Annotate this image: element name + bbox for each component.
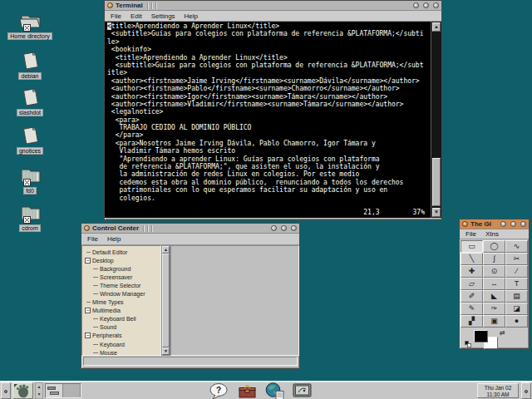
menu-settings[interactable]: Settings — [151, 12, 175, 20]
tool-free-select[interactable]: ∿ — [505, 240, 528, 253]
workspace-2[interactable] — [63, 384, 81, 397]
launcher-web-browser[interactable] — [264, 382, 286, 399]
maximize-button[interactable] — [510, 221, 516, 227]
tree-item-sound[interactable]: Sound — [84, 323, 160, 332]
tool-transform[interactable]: ▱ — [461, 278, 483, 290]
status-bar — [83, 357, 298, 366]
tool-clone[interactable]: ▣ — [483, 315, 505, 328]
maximize-button[interactable] — [423, 2, 429, 8]
desktop-icon-cdrom[interactable]: cdrom — [3, 202, 57, 232]
clock-applet[interactable]: Thu Jan 02 11:30 AM — [477, 383, 519, 398]
iconify-button[interactable] — [500, 221, 506, 227]
tree-item-mime-types[interactable]: Mime Types — [84, 298, 160, 307]
settings-tree: Default Editor−DesktopBackgroundScreensa… — [81, 245, 161, 356]
scroll-up-icon[interactable]: ▲ — [432, 22, 441, 32]
tool-flip[interactable]: ↔ — [483, 278, 505, 290]
terminal-line: cedemos esta obra al dominio público, re… — [107, 179, 430, 186]
menu-file[interactable]: File — [466, 230, 476, 238]
desktop-icon-debian[interactable]: debian — [3, 50, 57, 80]
icon-label: debian — [18, 72, 41, 80]
tool-airbrush[interactable]: ▞ — [461, 315, 483, 328]
tool-fuzzy-select[interactable]: ╲ — [461, 253, 483, 265]
launcher-gnome-terminal[interactable] — [291, 382, 313, 399]
tree-item-desktop[interactable]: −Desktop — [84, 256, 160, 264]
tree-item-window-manager[interactable]: Window Manager — [84, 289, 160, 298]
close-button[interactable] — [433, 2, 439, 8]
tool-move[interactable]: ✚ — [461, 265, 483, 278]
tree-item-screensaver[interactable]: Screensaver — [84, 273, 160, 281]
tool-eraser[interactable]: ◪ — [505, 303, 528, 315]
workspace-pager[interactable] — [45, 383, 81, 398]
control-center-titlebar[interactable]: Control Center — [81, 224, 299, 234]
tree-item-label: Theme Selector — [100, 283, 140, 288]
tree-item-label: Keyboard — [100, 342, 125, 347]
gimp-titlebar[interactable]: The GI — [460, 219, 529, 229]
tree-item-background[interactable]: Background — [84, 264, 160, 273]
collapse-icon[interactable]: − — [85, 258, 91, 264]
tree-item-keyboard-bell[interactable]: Keyboard Bell — [84, 315, 160, 323]
tree-item-keyboard[interactable]: Keyboard — [84, 340, 160, 348]
workspace-current[interactable] — [46, 384, 63, 397]
close-button[interactable] — [520, 221, 526, 227]
tool-ellipse-select[interactable]: ◯ — [483, 240, 505, 253]
control-center-menubar: FileHelp — [81, 234, 299, 245]
scrollbar-thumb[interactable] — [162, 254, 170, 347]
launcher-help[interactable]: ? — [208, 382, 230, 399]
panel-hide-left-button[interactable] — [1, 382, 11, 399]
desktop-icon-gnotices[interactable]: gnotices — [3, 125, 57, 155]
iconify-button[interactable] — [413, 2, 419, 8]
collapse-icon[interactable]: − — [85, 308, 91, 313]
tree-item-multimedia[interactable]: −Multimedia — [84, 307, 160, 315]
menu-xtns[interactable]: Xtns — [485, 230, 499, 238]
tree-item-theme-selector[interactable]: Theme Selector — [84, 281, 160, 289]
terminal-line: </para> — [107, 131, 430, 139]
tree-item-default-editor[interactable]: Default Editor — [84, 248, 160, 256]
tool-scissors[interactable]: ✂ — [505, 253, 528, 265]
terminal-titlebar[interactable]: Terminal — [105, 1, 441, 11]
tool-bezier-select[interactable]: ∫ — [483, 253, 505, 265]
menu-help[interactable]: Help — [185, 12, 198, 20]
terminal-line: <author><firstname>Jaime Irving</firstna… — [107, 77, 430, 85]
tree-item-peripherals[interactable]: −Peripherals — [84, 332, 160, 340]
tool-rect-select[interactable]: ▭ — [461, 240, 483, 253]
terminal-line: itle> — [107, 69, 430, 76]
close-button[interactable] — [291, 225, 297, 231]
tree-scrollbar[interactable]: ▲ ▼ — [161, 245, 170, 356]
swap-colors-icon[interactable]: ⇄ — [500, 329, 505, 337]
panel-hide-right-button[interactable] — [521, 382, 531, 399]
menu-file[interactable]: File — [87, 235, 98, 243]
tool-color-picker[interactable]: ✐ — [461, 290, 483, 303]
iconify-button[interactable] — [271, 225, 277, 231]
scroll-down-icon[interactable]: ▼ — [432, 208, 441, 217]
scroll-up-icon[interactable]: ▲ — [162, 246, 170, 254]
main-menu-button[interactable] — [12, 382, 33, 399]
terminal-content[interactable]: <title>Aprendiendo a Aprender Linux</tit… — [105, 22, 441, 218]
terminal-scrollbar[interactable]: ▲ ▼ — [431, 22, 441, 218]
desktop: { "colors": { "desktop_background": "#0f… — [0, 0, 532, 399]
menu-help[interactable]: Help — [107, 235, 121, 243]
menu-file[interactable]: File — [111, 12, 121, 20]
collapse-icon[interactable]: − — [85, 332, 91, 338]
tool-bucket-fill[interactable]: ◣ — [483, 290, 505, 303]
tool-convolve[interactable]: ● — [505, 315, 528, 328]
launcher-control-center-toolbox[interactable] — [236, 382, 259, 399]
tool-magnify[interactable]: ⊙ — [483, 265, 505, 278]
tree-item-mouse[interactable]: Mouse — [84, 348, 160, 356]
scrollbar-thumb[interactable] — [432, 158, 441, 206]
maximize-button[interactable] — [281, 225, 287, 231]
foreground-color-swatch[interactable] — [474, 330, 488, 342]
default-colors-icon[interactable] — [465, 341, 472, 348]
svg-text:?: ? — [216, 385, 221, 394]
menu-edit[interactable]: Edit — [131, 12, 142, 20]
tool-crop[interactable]: ∕ — [505, 265, 528, 278]
tasklist-scroll-arrows[interactable]: ▲▼ — [35, 382, 43, 399]
tool-pencil[interactable]: ✎ — [461, 303, 483, 315]
desktop-icon-fd0[interactable]: fd0 — [3, 165, 57, 195]
tool-paintbrush[interactable]: ✑ — [483, 303, 505, 315]
desktop-icon-home-directory[interactable]: Home directory — [3, 10, 57, 40]
tool-text[interactable]: T — [505, 278, 528, 290]
tool-blend[interactable]: ▤ — [505, 290, 528, 303]
scroll-down-icon[interactable]: ▼ — [162, 347, 170, 355]
desktop-icon-slashdot[interactable]: slashdot — [3, 86, 57, 116]
clock-time: 11:30 AM — [478, 392, 518, 398]
